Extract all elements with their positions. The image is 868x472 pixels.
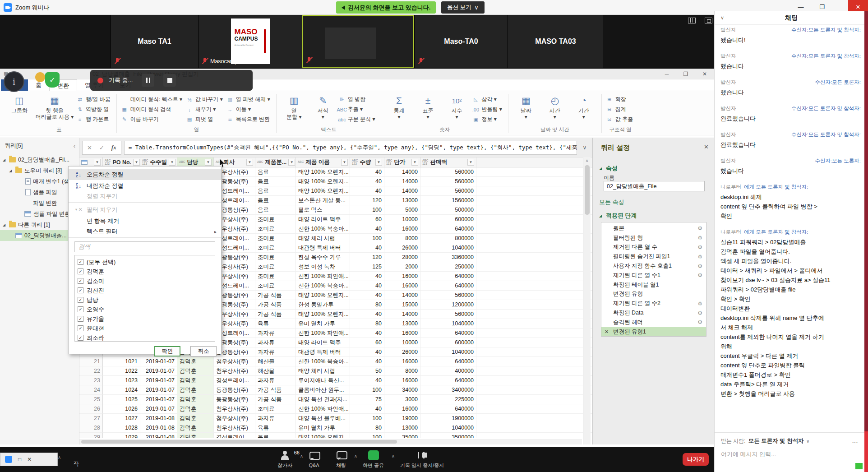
ribbon-small-button[interactable]: ⇄행/열 바꿈 [76, 96, 111, 103]
scientific-button[interactable]: 10² 지수 ▾ [442, 93, 471, 120]
ribbon-small-button[interactable]: ↓채우기 ▾ [186, 106, 223, 113]
filter-value-option[interactable]: ✓ 오영수 [78, 305, 215, 314]
filter-value-option[interactable]: ✓ 유가을 [78, 314, 215, 324]
applied-step[interactable]: 사용자 지정 함수 호출1 ⚙ [601, 261, 706, 271]
checkbox-checked-icon[interactable]: ✓ [78, 278, 83, 284]
collapse-chat-icon[interactable]: ∨ [720, 15, 724, 21]
ribbon-small-button[interactable]: ⊞확장 [606, 96, 633, 103]
filter-value-option[interactable]: ✓ (모두 선택) [78, 257, 215, 267]
ribbon-small-button[interactable]: ▦데이터 형식 검색 [121, 106, 182, 113]
standard-button[interactable]: ± 표준 ▾ [413, 93, 442, 120]
column-header[interactable]: ABC123 수량 ▼ [350, 157, 384, 167]
gear-icon[interactable]: ⚙ [697, 272, 702, 278]
applied-step[interactable]: ✕ 변경된 유형1 [601, 327, 706, 337]
query-tree-item[interactable]: 샘플 파일 [0, 187, 79, 198]
ribbon-small-button[interactable]: ½값 바꾸기 ▾ [186, 96, 223, 103]
column-type-icon[interactable]: ABC [179, 161, 185, 164]
restore-icon[interactable]: □ [18, 456, 21, 463]
pq-close-button[interactable]: ✕ [695, 69, 714, 79]
query-tree-item[interactable]: 매개 변수1 (샘... [0, 176, 79, 187]
ribbon-small-button[interactable]: ▥열 피벗 해제 ▾ [226, 96, 270, 103]
column-type-icon[interactable]: ABC [257, 161, 263, 164]
menu-item[interactable]: ZA↓ 내림차순 정렬 [69, 180, 221, 191]
gallery-view-icon[interactable] [688, 18, 696, 23]
applied-step[interactable]: 제거된 다른 열 수 ⚙ [601, 243, 706, 252]
filter-value-option[interactable]: ✓ 담당 [78, 295, 215, 305]
checkbox-checked-icon[interactable]: ✓ [78, 306, 83, 312]
expander-icon[interactable]: ◢ [3, 158, 7, 162]
menu-item[interactable]: 정렬 지우기 [69, 191, 221, 203]
floating-window-chip[interactable]: □ ✕ [0, 453, 58, 466]
query-tree-item[interactable]: ◢ 다른 쿼리 [1] [0, 219, 79, 230]
cancel-formula-icon[interactable]: ✕ [87, 144, 92, 151]
stop-recording-button[interactable] [163, 74, 176, 87]
applied-step[interactable]: 변경된 유형 [601, 290, 706, 299]
chat-more-button[interactable]: ... [852, 438, 858, 444]
video-tile[interactable]: MASO TA03 [508, 15, 603, 68]
ribbon-small-button[interactable]: 데이터 형식: 텍스트 ▾ [121, 96, 182, 103]
filter-dropdown-icon[interactable]: ▼ [375, 159, 382, 166]
query-tree-item[interactable]: ◢ 02_담당별매출_Fil... [0, 154, 79, 165]
filter-dropdown-icon[interactable]: ▼ [133, 159, 140, 166]
applied-step[interactable]: 확장된 테이블 열1 [601, 280, 706, 290]
active-speaker-tile[interactable] [302, 15, 414, 68]
statistics-button[interactable]: Σ 통계 ▾ [384, 93, 413, 120]
checkbox-checked-icon[interactable]: ✓ [78, 325, 83, 331]
leave-button[interactable]: 나가기 [683, 453, 709, 466]
column-type-icon[interactable]: ABC123 [422, 159, 428, 165]
applied-step[interactable]: 승격된 헤더 ⚙ [601, 318, 706, 327]
chat-message-input[interactable]: 여기에 메시지 입력... [721, 450, 858, 458]
applied-step[interactable]: 필터링된 행 ⚙ [601, 233, 706, 243]
filter-value-option[interactable]: ✓ 윤대현 [78, 324, 215, 333]
filter-dropdown-icon[interactable]: ▼ [467, 159, 474, 166]
cancel-button[interactable]: 취소 [190, 346, 217, 356]
scroll-up-icon[interactable]: ∧ [583, 157, 591, 163]
menu-item[interactable]: ▼✕ 필터 지우기 [69, 204, 221, 215]
group-by-button[interactable]: ◫ 그룹화 [5, 93, 34, 114]
toolbar-item[interactable]: 채팅 ∧ [336, 450, 346, 469]
expand-formula-icon[interactable]: ∨ [580, 144, 590, 151]
split-column-button[interactable]: ▥ 열 분할 ▾ [280, 93, 309, 120]
ribbon-small-button[interactable]: ⊡값 추출 [606, 116, 633, 123]
horizontal-scrollbar[interactable] [79, 439, 582, 444]
query-tree-item[interactable]: 파일 변환 [0, 198, 79, 208]
column-type-icon[interactable]: ABC [298, 161, 304, 164]
time-button[interactable]: ◴ 시간 ▾ [540, 93, 569, 120]
query-tree-item[interactable]: ◢ 도우미 쿼리 [3] [0, 165, 79, 176]
pause-recording-button[interactable] [142, 74, 154, 87]
checkbox-checked-icon[interactable]: ✓ [78, 335, 83, 341]
gear-icon[interactable]: ⚙ [697, 225, 702, 231]
gear-icon[interactable]: ⚙ [697, 235, 702, 241]
ribbon-small-button[interactable]: ⊪열 병합 [338, 96, 375, 103]
column-type-icon[interactable]: ABC123 [352, 159, 358, 165]
fullscreen-icon[interactable] [705, 18, 712, 23]
expander-icon[interactable]: ◢ [3, 223, 7, 227]
filter-value-option[interactable]: ✓ 최소라 [78, 333, 215, 342]
checkbox-checked-icon[interactable]: ✓ [78, 259, 83, 265]
settings-close-icon[interactable]: ✕ [704, 143, 709, 150]
info-overlay-icon[interactable]: i [4, 71, 24, 92]
filter-dropdown-icon[interactable]: ▼ [411, 159, 418, 166]
collapse-panel-icon[interactable]: ‹ [74, 143, 75, 149]
video-tile[interactable]: Maso TA1 [111, 15, 198, 68]
menu-item[interactable]: 빈 항목 제거 [69, 215, 221, 227]
filter-dropdown-icon[interactable]: ▼ [246, 159, 253, 166]
column-header[interactable]: ABC 제품분... ▼ [255, 157, 296, 167]
all-properties-link[interactable]: 모든 속성 [599, 198, 624, 206]
filter-value-option[interactable]: ✓ 김찬진 [78, 286, 215, 295]
column-type-icon[interactable]: ABC123 [142, 159, 148, 165]
ribbon-small-button[interactable]: abc구문 분석 ▾ [338, 116, 375, 123]
gear-icon[interactable]: ⚙ [697, 310, 702, 316]
format-button[interactable]: ✎ 서식 ▾ [309, 93, 337, 120]
toolbar-item[interactable]: 기록 일시 중지/중지 [400, 450, 444, 469]
column-header[interactable]: ABC 제품 이름 ▼ [296, 157, 350, 167]
filter-value-option[interactable]: ✓ 김소미 [78, 276, 215, 286]
menu-item[interactable]: AZ↓ 오름차순 정렬 [69, 169, 221, 180]
ribbon-small-button[interactable]: ≣목록으로 변환 [226, 116, 270, 123]
video-tile[interactable]: MASO CAMPUS Actionable Content Masocampu… [198, 15, 302, 68]
item-options-caret[interactable]: ∧ [392, 453, 395, 458]
ribbon-small-button[interactable]: ✎이름 바꾸기 [121, 116, 182, 123]
expander-icon[interactable]: ◢ [9, 169, 13, 173]
checkbox-checked-icon[interactable]: ✓ [78, 316, 83, 322]
properties-section[interactable]: ◢속성 [599, 164, 618, 172]
